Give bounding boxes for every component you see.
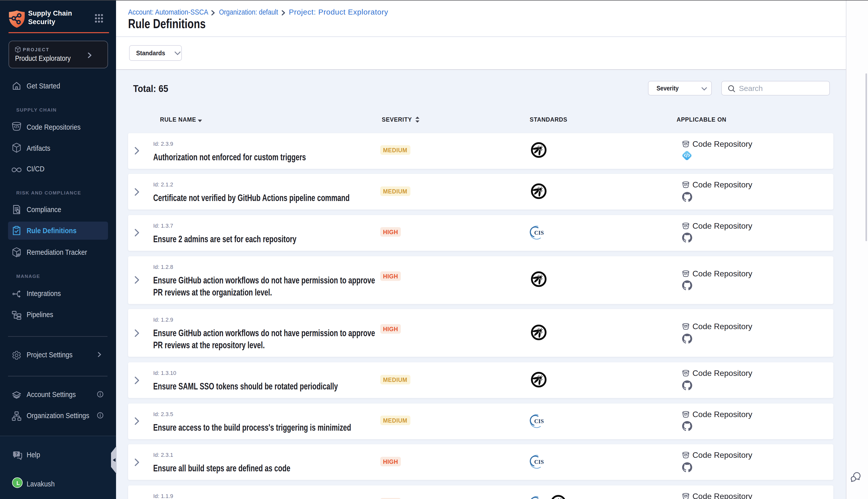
svg-text:CIS: CIS (534, 230, 544, 236)
svg-text:CIS: CIS (534, 418, 544, 424)
svg-text:?: ? (15, 451, 18, 457)
svg-text:CIS: CIS (534, 459, 544, 465)
